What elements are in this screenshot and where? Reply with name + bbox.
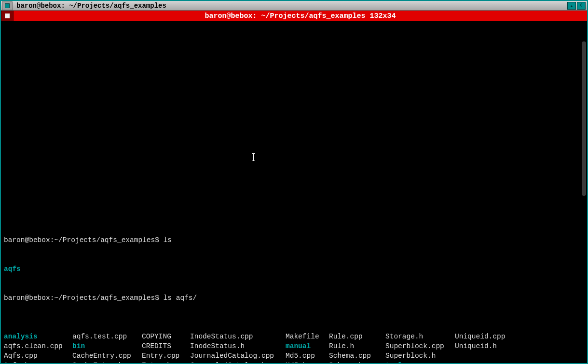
file-entry: Rule.cpp [329, 332, 385, 341]
file-entry: Schema.h [329, 361, 385, 364]
file-entry: aqfs.test.cpp [72, 332, 142, 341]
terminal-content[interactable]: baron@bebox:~/Projects/aqfs_examples$ ls… [1, 21, 587, 363]
window-titlebar: baron@bebox: ~/Projects/aqfs_examples ▴ … [1, 1, 587, 11]
prompt-line: baron@bebox:~/Projects/aqfs_examples$ ls… [4, 293, 584, 303]
file-entry: InodeStatus.h [190, 341, 286, 351]
ls-output-columns: analysisaqfs.test.cppCOPYINGInodeStatus.… [4, 332, 584, 364]
window-title: baron@bebox: ~/Projects/aqfs_examples [16, 2, 166, 10]
file-entry: InodeStatus.cpp [190, 332, 286, 341]
text-cursor-icon [253, 153, 254, 161]
file-entry: JournaledCatalog.cpp [190, 351, 286, 361]
file-entry: Md5.cpp [286, 351, 329, 361]
file-entry: Superblock.cpp [385, 341, 455, 351]
file-entry: COPYING [142, 332, 190, 341]
prompt-line: baron@bebox:~/Projects/aqfs_examples$ ls [4, 235, 584, 245]
maximize-button[interactable]: ▴ [567, 2, 576, 10]
file-entry: Uniqueid.h [455, 341, 497, 351]
file-entry: Uniqueid.cpp [455, 332, 505, 341]
file-entry: CREDITS [142, 341, 190, 351]
close-button[interactable]: ◊ [577, 2, 586, 10]
file-entry: Storage.h [385, 332, 455, 341]
terminal-tab-icon[interactable] [1, 11, 14, 21]
file-entry: tools [385, 361, 455, 364]
file-entry: bin [72, 341, 142, 351]
file-entry: Aqfs.h [4, 361, 72, 364]
file-entry: aqfs.clean.cpp [4, 341, 72, 351]
scrollbar[interactable] [582, 41, 586, 196]
file-entry: Entry.h [142, 361, 190, 364]
file-entry: Rule.h [329, 341, 385, 351]
terminal-tabbar: baron@bebox: ~/Projects/aqfs_examples 13… [1, 11, 587, 21]
file-entry: Schema.cpp [329, 351, 385, 361]
file-entry: manual [286, 341, 329, 351]
file-entry: CacheEntry.h [72, 361, 142, 364]
file-entry: Entry.cpp [142, 351, 190, 361]
file-entry: Makefile [286, 332, 329, 341]
file-entry: JournaledCatalog.h [190, 361, 286, 364]
file-entry: analysis [4, 332, 72, 341]
window-menu-icon[interactable] [2, 1, 13, 10]
file-entry: Superblock.h [385, 351, 455, 361]
file-entry: Aqfs.cpp [4, 351, 72, 361]
ls-output: aqfs [4, 264, 584, 274]
file-entry: CacheEntry.cpp [72, 351, 142, 361]
file-entry: Md5.h [286, 361, 329, 364]
terminal-tab-title: baron@bebox: ~/Projects/aqfs_examples 13… [14, 11, 587, 21]
